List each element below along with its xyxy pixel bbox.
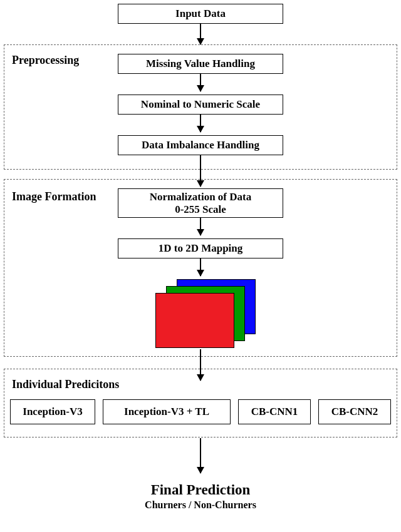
final-prediction-title: Final Prediction — [4, 482, 397, 498]
section-label-image-formation: Image Formation — [12, 190, 96, 203]
arrow-if-1 — [200, 218, 201, 235]
arrow-pred-to-final — [200, 438, 201, 473]
arrow-pp-1 — [200, 74, 201, 91]
rgb-image-stack-icon — [155, 279, 256, 348]
final-prediction-subtitle: Churners / Non-Churners — [4, 499, 397, 511]
model-inception-v3-tl: Inception-V3 + TL — [103, 399, 231, 424]
model-inception-v3: Inception-V3 — [10, 399, 95, 424]
arrow-if-2 — [200, 258, 201, 276]
arrow-pp-2 — [200, 115, 201, 132]
arrow-input-to-preprocessing — [200, 24, 201, 44]
step-nominal-numeric: Nominal to Numeric Scale — [118, 95, 283, 115]
section-label-individual-predictions: Individual Predicitons — [12, 378, 119, 391]
step-normalization: Normalization of Data 0-255 Scale — [118, 188, 283, 218]
image-layer-red — [155, 293, 234, 348]
step-1d-2d: 1D to 2D Mapping — [118, 238, 283, 258]
input-data-box: Input Data — [118, 4, 283, 24]
model-cb-cnn2: CB-CNN2 — [318, 399, 391, 424]
step-imbalance: Data Imbalance Handling — [118, 135, 283, 155]
section-label-preprocessing: Preprocessing — [12, 54, 79, 67]
flowchart-canvas: Input Data Preprocessing Missing Value H… — [4, 4, 397, 528]
model-cb-cnn1: CB-CNN1 — [238, 399, 311, 424]
step-missing-value: Missing Value Handling — [118, 54, 283, 74]
